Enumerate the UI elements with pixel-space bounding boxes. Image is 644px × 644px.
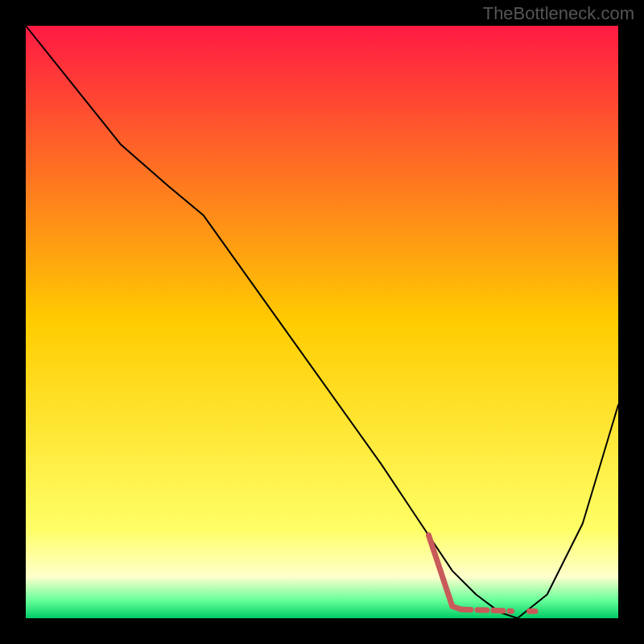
chart-svg (0, 0, 644, 644)
plot-area (26, 26, 618, 618)
series-highlight-flat (461, 609, 512, 611)
watermark-text: TheBottleneck.com (483, 3, 634, 24)
